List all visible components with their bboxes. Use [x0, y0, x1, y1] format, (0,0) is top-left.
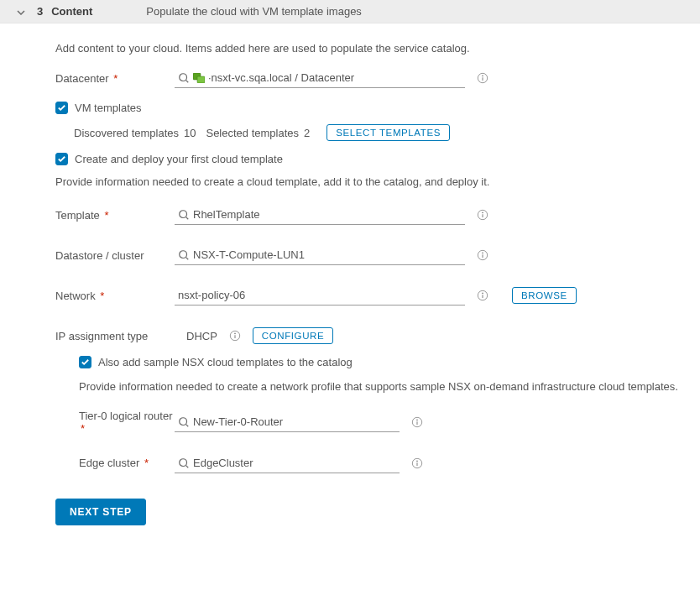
step-number: 3 [37, 5, 43, 18]
create-deploy-checkbox[interactable] [55, 153, 68, 165]
selected-label: Selected templates [206, 127, 299, 139]
edge-cluster-label: Edge cluster * [79, 457, 175, 469]
datacenter-row: Datacenter * [55, 66, 683, 90]
next-step-button[interactable]: NEXT STEP [55, 499, 146, 525]
ip-assignment-row: IP assignment type DHCP CONFIGURE [55, 324, 683, 347]
step-header[interactable]: 3 Content Populate the cloud with VM tem… [0, 0, 700, 24]
network-input[interactable] [175, 285, 465, 306]
step-description: Populate the cloud with VM template imag… [146, 5, 362, 18]
tier0-input[interactable] [175, 412, 400, 432]
vm-templates-label: VM templates [75, 102, 141, 114]
svg-point-31 [416, 461, 417, 462]
footer: NEXT STEP [55, 499, 683, 525]
discovered-label: Discovered templates [74, 127, 179, 139]
step-title: Content [51, 5, 92, 18]
info-icon[interactable] [477, 209, 488, 221]
svg-point-18 [482, 293, 483, 294]
template-row: Template * [55, 203, 683, 227]
network-row: Network * BROWSE [55, 284, 683, 307]
svg-point-21 [234, 333, 235, 334]
create-deploy-label: Create and deploy your first cloud templ… [75, 153, 283, 165]
svg-point-5 [482, 76, 483, 76]
datastore-row: Datastore / cluster [55, 243, 683, 267]
nsx-section: Also add sample NSX cloud templates to t… [79, 356, 683, 475]
info-icon[interactable] [477, 249, 488, 261]
template-input[interactable] [175, 205, 465, 225]
ip-label: IP assignment type [55, 330, 175, 342]
edge-cluster-input[interactable] [175, 453, 400, 473]
info-icon[interactable] [229, 330, 241, 342]
network-label: Network * [55, 290, 175, 302]
vm-templates-checkbox-row: VM templates [55, 102, 683, 114]
datastore-input[interactable] [175, 245, 465, 265]
ip-value: DHCP [186, 330, 217, 342]
selected-count: 2 [304, 127, 310, 139]
configure-button[interactable]: CONFIGURE [253, 327, 333, 344]
info-icon[interactable] [477, 290, 488, 301]
edge-cluster-row: Edge cluster * [79, 452, 683, 475]
datastore-label: Datastore / cluster [55, 249, 175, 262]
create-deploy-intro: Provide information needed to create a c… [55, 175, 683, 188]
nsx-description: Provide information needed to create a n… [79, 379, 683, 396]
chevron-down-icon [17, 6, 29, 18]
info-icon[interactable] [411, 457, 423, 469]
template-label: Template * [55, 209, 175, 222]
intro-text: Add content to your cloud. Items added h… [55, 42, 683, 55]
nsx-label: Also add sample NSX cloud templates to t… [98, 356, 353, 368]
svg-point-15 [482, 253, 483, 253]
datacenter-input[interactable] [175, 68, 465, 88]
vm-templates-checkbox[interactable] [55, 102, 68, 114]
content-area: Add content to your cloud. Items added h… [0, 24, 700, 537]
info-icon[interactable] [477, 72, 488, 84]
tier0-row: Tier-0 logical router * [79, 410, 683, 435]
tier0-label: Tier-0 logical router * [79, 410, 175, 435]
discovered-count: 10 [184, 127, 196, 139]
nsx-checkbox[interactable] [79, 356, 91, 368]
datacenter-label: Datacenter * [55, 72, 175, 85]
templates-summary: Discovered templates 10 Selected templat… [74, 124, 683, 141]
select-templates-button[interactable]: SELECT TEMPLATES [326, 124, 450, 141]
svg-point-26 [416, 420, 417, 420]
svg-point-10 [482, 212, 483, 213]
browse-button[interactable]: BROWSE [512, 287, 577, 304]
info-icon[interactable] [411, 416, 423, 428]
create-deploy-checkbox-row: Create and deploy your first cloud templ… [55, 153, 683, 165]
nsx-checkbox-row: Also add sample NSX cloud templates to t… [79, 356, 683, 368]
